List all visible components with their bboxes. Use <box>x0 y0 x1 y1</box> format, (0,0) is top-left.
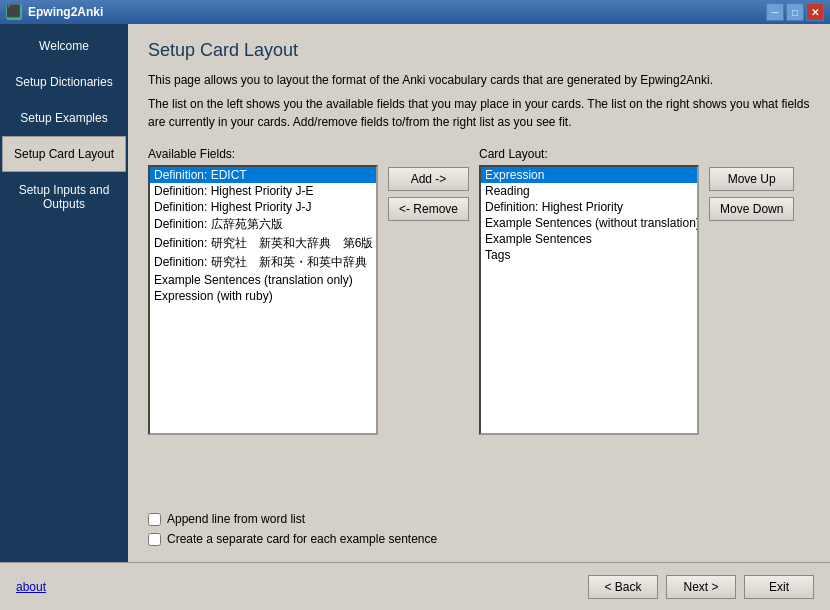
list-item[interactable]: Expression (with ruby) <box>150 288 376 304</box>
app-title: Epwing2Anki <box>28 5 103 19</box>
card-layout-label: Card Layout: <box>479 147 699 161</box>
title-bar: ⬛ Epwing2Anki ─ □ ✕ <box>0 0 830 24</box>
add-button[interactable]: Add -> <box>388 167 469 191</box>
list-item[interactable]: Reading <box>481 183 697 199</box>
list-item[interactable]: Definition: EDICT <box>150 167 376 183</box>
append-line-checkbox[interactable] <box>148 513 161 526</box>
card-layout-listbox[interactable]: Expression Reading Definition: Highest P… <box>479 165 699 435</box>
list-item[interactable]: Definition: Highest Priority <box>481 199 697 215</box>
sidebar: Welcome Setup Dictionaries Setup Example… <box>0 24 128 562</box>
list-item[interactable]: Expression <box>481 167 697 183</box>
sidebar-item-welcome[interactable]: Welcome <box>0 28 128 64</box>
maximize-button[interactable]: □ <box>786 3 804 21</box>
list-item[interactable]: Definition: Highest Priority J-E <box>150 183 376 199</box>
list-item[interactable]: Tags <box>481 247 697 263</box>
remove-button[interactable]: <- Remove <box>388 197 469 221</box>
sidebar-item-setup-examples[interactable]: Setup Examples <box>0 100 128 136</box>
footer-left: about <box>16 580 46 594</box>
back-button[interactable]: < Back <box>588 575 658 599</box>
exit-button[interactable]: Exit <box>744 575 814 599</box>
close-button[interactable]: ✕ <box>806 3 824 21</box>
content-area: Setup Card Layout This page allows you t… <box>128 24 830 562</box>
footer-right: < Back Next > Exit <box>588 575 814 599</box>
append-line-label: Append line from word list <box>167 512 305 526</box>
window-controls: ─ □ ✕ <box>766 3 824 21</box>
card-layout-group: Card Layout: Expression Reading Definiti… <box>479 147 699 435</box>
app-icon: ⬛ <box>6 4 22 20</box>
footer: about < Back Next > Exit <box>0 562 830 610</box>
move-down-button[interactable]: Move Down <box>709 197 794 221</box>
description-1: This page allows you to layout the forma… <box>148 71 810 89</box>
list-item[interactable]: Definition: 研究社 新和英・和英中辞典 <box>150 253 376 272</box>
checkbox-section: Append line from word list Create a sepa… <box>148 512 810 546</box>
append-line-row: Append line from word list <box>148 512 810 526</box>
move-up-button[interactable]: Move Up <box>709 167 794 191</box>
separate-card-checkbox[interactable] <box>148 533 161 546</box>
page-title: Setup Card Layout <box>148 40 810 61</box>
separate-card-row: Create a separate card for each example … <box>148 532 810 546</box>
list-item[interactable]: Definition: Highest Priority J-J <box>150 199 376 215</box>
add-remove-buttons: Add -> <- Remove <box>388 147 469 221</box>
separate-card-label: Create a separate card for each example … <box>167 532 437 546</box>
list-item[interactable]: Example Sentences (without translation) <box>481 215 697 231</box>
available-fields-label: Available Fields: <box>148 147 378 161</box>
sidebar-item-setup-inputs-outputs[interactable]: Setup Inputs and Outputs <box>0 172 128 222</box>
sidebar-item-setup-card-layout[interactable]: Setup Card Layout <box>2 136 126 172</box>
list-item[interactable]: Definition: 広辞苑第六版 <box>150 215 376 234</box>
about-link[interactable]: about <box>16 580 46 594</box>
fields-section: Available Fields: Definition: EDICT Defi… <box>148 147 810 500</box>
minimize-button[interactable]: ─ <box>766 3 784 21</box>
next-button[interactable]: Next > <box>666 575 736 599</box>
list-item[interactable]: Definition: 研究社 新英和大辞典 第6版 <box>150 234 376 253</box>
list-item[interactable]: Example Sentences (translation only) <box>150 272 376 288</box>
sidebar-item-setup-dictionaries[interactable]: Setup Dictionaries <box>0 64 128 100</box>
description-2: The list on the left shows you the avail… <box>148 95 810 131</box>
move-buttons: Move Up Move Down <box>709 147 794 221</box>
available-fields-group: Available Fields: Definition: EDICT Defi… <box>148 147 378 435</box>
list-item[interactable]: Example Sentences <box>481 231 697 247</box>
available-fields-listbox[interactable]: Definition: EDICT Definition: Highest Pr… <box>148 165 378 435</box>
